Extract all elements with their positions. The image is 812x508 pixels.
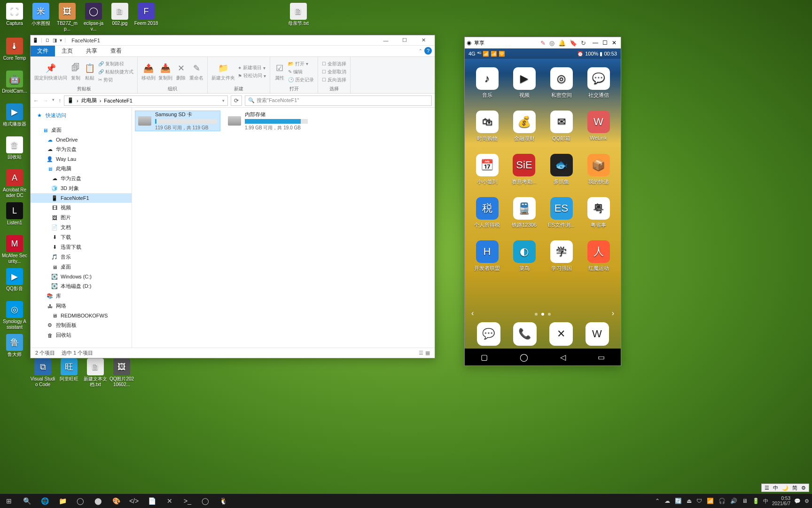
tray-icon[interactable]: ☁ xyxy=(664,498,670,504)
tab-file[interactable]: 文件 xyxy=(31,46,55,56)
new-item-button[interactable]: ✦ 新建项目 ▾ xyxy=(238,64,266,71)
up-button[interactable]: ↑ xyxy=(58,97,61,104)
view-details-icon[interactable]: ☰ xyxy=(419,350,423,356)
paste-button[interactable]: 📋粘贴 xyxy=(84,63,95,81)
phone-app[interactable]: 🐟多抓鱼 xyxy=(550,154,573,195)
brush-icon[interactable]: ✎ xyxy=(540,40,546,47)
phone-app[interactable]: WWeLink xyxy=(587,111,610,152)
copy-path-button[interactable]: 🔗 复制路径 xyxy=(98,61,133,67)
nav-split-icon[interactable]: ▭ xyxy=(598,353,605,362)
tray-icon[interactable]: 🖥 xyxy=(742,498,748,504)
phone-app[interactable]: 学学习强国 xyxy=(550,240,573,282)
content-pane[interactable]: Samsung SD 卡 119 GB 可用，共 119 GB 内部存储 1.9… xyxy=(132,108,435,348)
desktop-icon[interactable]: 🤖DroidCam... xyxy=(2,70,27,103)
maximize-button[interactable]: ☐ xyxy=(600,38,609,48)
taskbar-button[interactable]: </> xyxy=(125,494,143,508)
nav-item[interactable]: 💽本地磁盘 (D:) xyxy=(31,281,132,291)
desktop-icon[interactable]: 鲁鲁大师 xyxy=(2,333,27,366)
desktop-icon[interactable]: FFeem 2018 xyxy=(133,2,159,35)
notification-button[interactable]: 💬 xyxy=(794,498,801,504)
edit-button[interactable]: ✎ 编辑 xyxy=(288,69,314,75)
drive-item[interactable]: 内部存储 1.99 GB 可用，共 19.0 GB xyxy=(225,111,311,131)
nav-item[interactable]: ⬇迅雷下载 xyxy=(31,242,132,252)
desktop-icon[interactable]: 米小米图报 xyxy=(28,2,54,35)
bell-icon[interactable]: 🔔 xyxy=(558,40,566,47)
phone-app[interactable]: ◐菜鸟 xyxy=(513,240,536,282)
settings-icon[interactable]: ⚙ xyxy=(804,498,809,504)
taskbar-button[interactable]: >_ xyxy=(179,494,196,508)
tray-icon[interactable]: ⏏ xyxy=(687,498,692,504)
copy-button[interactable]: 🗐复制 xyxy=(70,63,81,81)
nav-home-icon[interactable]: ◯ xyxy=(520,353,528,362)
refresh-icon[interactable]: ↻ xyxy=(581,40,586,47)
desktop-icon-lone[interactable]: 🗎 母亲节.txt xyxy=(286,2,311,35)
phone-app[interactable]: 粤粤省事 xyxy=(587,197,610,238)
delete-button[interactable]: ✕删除 xyxy=(175,63,187,81)
nav-item[interactable]: 🎞视频 xyxy=(31,203,132,213)
phone-app[interactable]: SiE赛意考勤... xyxy=(512,154,537,195)
tray-icon[interactable]: 🔊 xyxy=(730,498,737,504)
easy-access-button[interactable]: ⚑ 轻松访问 ▾ xyxy=(238,72,266,79)
taskbar-button[interactable]: ⊞ xyxy=(0,494,18,508)
open-button[interactable]: 📂 打开 ▾ xyxy=(288,61,314,67)
qat-icon[interactable]: 🗋 xyxy=(45,38,50,43)
view-large-icon[interactable]: ▦ xyxy=(425,350,430,356)
desktop-icon[interactable]: ⧉Visual Studio Code xyxy=(30,357,55,390)
tab-home[interactable]: 主页 xyxy=(55,46,79,56)
nav-back-icon[interactable]: ◁ xyxy=(560,353,566,362)
tray-ime[interactable]: 中 xyxy=(763,498,768,505)
desktop-icon[interactable]: MMcAfee Security... xyxy=(2,234,27,267)
desktop-icon[interactable]: ◎Synology Assistant xyxy=(2,300,27,333)
phone-app[interactable]: ▶视频 xyxy=(513,67,536,109)
desktop-icon[interactable]: 🗎新建文本文档.txt xyxy=(83,357,108,390)
nav-item[interactable]: 🖥桌面 xyxy=(31,262,132,272)
phone-app[interactable]: 🛍时尚购物 xyxy=(476,111,499,152)
nav-recycle[interactable]: 🗑回收站 xyxy=(31,330,132,340)
refresh-button[interactable]: ⟳ xyxy=(231,95,242,106)
dock-app[interactable]: 💬 xyxy=(477,322,500,346)
nav-onedrive[interactable]: ☁OneDrive xyxy=(31,135,132,144)
nav-network-pc[interactable]: 🖥REDMIBOOKOFWS xyxy=(31,311,132,320)
nav-item[interactable]: 🎵音乐 xyxy=(31,252,132,262)
new-folder-button[interactable]: 📁新建文件夹 xyxy=(211,63,235,81)
phone-app[interactable]: 人红魔运动 xyxy=(587,240,610,282)
phone-app[interactable]: 税个人所得税 xyxy=(474,197,500,238)
qat-dropdown-icon[interactable]: ▾ xyxy=(60,38,62,43)
page-next-icon[interactable]: › xyxy=(612,309,614,318)
taskbar-button[interactable]: ◯ xyxy=(196,494,214,508)
phone-app[interactable]: ✉QQ邮箱 xyxy=(550,111,573,152)
select-all-button[interactable]: ☐ 全部选择 xyxy=(322,61,346,67)
collapse-ribbon-icon[interactable]: ⌃ xyxy=(419,48,422,53)
nav-item[interactable]: ⬇下载 xyxy=(31,232,132,242)
history-button[interactable]: 🕑 历史记录 xyxy=(288,77,314,83)
desktop-icon[interactable]: 旺阿里旺旺 xyxy=(56,357,82,390)
desktop-icon[interactable]: ▶QQ影音 xyxy=(2,267,27,300)
nav-libraries[interactable]: 📚库 xyxy=(31,291,132,301)
close-button[interactable]: ✕ xyxy=(609,38,619,48)
phone-app[interactable]: 💰金融理财 xyxy=(513,111,536,152)
bookmark-icon[interactable]: 🔖 xyxy=(570,40,577,47)
phone-titlebar[interactable]: ◉ 草享 ✎ ◎ 🔔 🔖 ↻ — ☐ ✕ xyxy=(465,37,621,48)
nav-user[interactable]: 👤Way Lau xyxy=(31,154,132,164)
phone-screen[interactable]: 4G ⁴ᴳ 📶 📶 🛜 ⏰ 100% ▮ 00:53 ♪音乐▶视频◎私密空间💬社… xyxy=(465,48,621,365)
nav-quick-access[interactable]: ★快速访问 xyxy=(31,111,132,120)
tab-share[interactable]: 共享 xyxy=(79,46,104,56)
ime-floating-bar[interactable]: ☰ 中 🌙 简 ⚙ xyxy=(761,484,809,492)
taskbar-button[interactable]: 📁 xyxy=(54,494,71,508)
tray-icon[interactable]: 🔄 xyxy=(675,498,682,504)
target-icon[interactable]: ◎ xyxy=(549,40,554,47)
taskbar-button[interactable]: ⬤ xyxy=(89,494,107,508)
help-icon[interactable]: ? xyxy=(424,47,432,55)
nav-item[interactable]: 🧊3D 对象 xyxy=(31,183,132,193)
select-none-button[interactable]: ☐ 全部取消 xyxy=(322,69,346,75)
phone-app[interactable]: ♪音乐 xyxy=(476,67,499,109)
desktop-icon[interactable]: 🗎002.jpg xyxy=(107,2,133,35)
phone-app[interactable]: 💬社交通信 xyxy=(587,67,610,109)
move-to-button[interactable]: 📤移动到 xyxy=(141,63,156,81)
address-bar[interactable]: 📱 › 此电脑 › FaceNoteF1 ▾ xyxy=(64,95,228,106)
forward-button[interactable]: → xyxy=(43,97,48,104)
nav-control-panel[interactable]: ⚙控制面板 xyxy=(31,320,132,330)
nav-item[interactable]: 📄文档 xyxy=(31,222,132,232)
taskbar-button[interactable]: ✕ xyxy=(161,494,179,508)
tray-clock[interactable]: 0:53 2021/6/7 xyxy=(772,496,790,506)
